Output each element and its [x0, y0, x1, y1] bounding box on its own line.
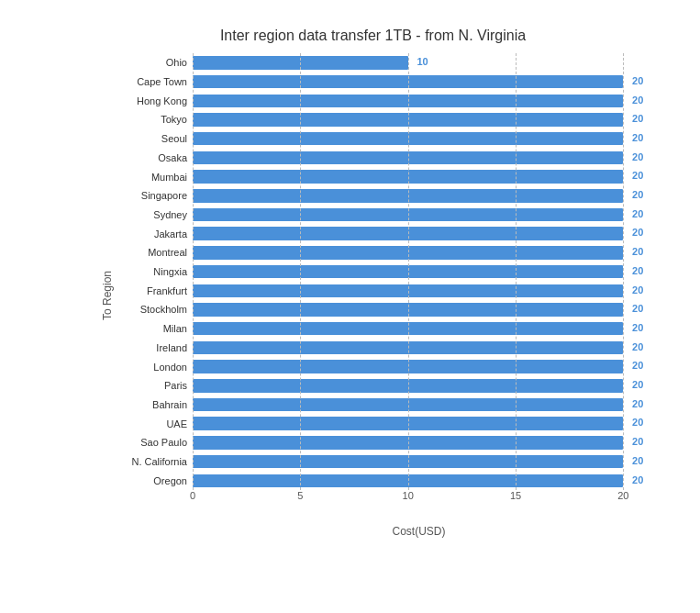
bar-wrapper: 20 [193, 396, 645, 415]
bar-value: 20 [632, 360, 643, 371]
bar-label: UAE [119, 418, 193, 429]
bar-label: Ireland [119, 342, 193, 353]
bar-wrapper: 20 [193, 72, 645, 92]
bar-value: 20 [632, 265, 643, 276]
bar-value: 20 [632, 170, 643, 181]
bar: 20 [193, 113, 623, 126]
bar-label: N. California [119, 456, 193, 467]
bar-value: 20 [632, 322, 643, 333]
bar-row: Paris20 [119, 376, 645, 396]
bar: 20 [193, 132, 623, 145]
bar-row: Osaka20 [119, 149, 645, 168]
bar-row: Seoul20 [119, 129, 645, 149]
bar-row: Stockholm20 [119, 300, 645, 319]
bar-label: Seoul [119, 133, 193, 144]
bar: 20 [193, 284, 623, 297]
bar-value: 20 [632, 303, 643, 314]
chart-body: To Region Ohio10Cape Town20Hong Kong20To… [101, 53, 645, 538]
bar-row: London20 [119, 357, 645, 376]
bar: 20 [193, 75, 623, 88]
bar: 20 [193, 398, 623, 411]
bar-wrapper: 20 [193, 224, 645, 243]
bar: 20 [193, 417, 623, 429]
bar-label: London [119, 362, 193, 373]
bar: 10 [193, 56, 408, 69]
bar-value: 20 [632, 379, 643, 390]
bar-label: Stockholm [119, 304, 193, 315]
bar: 20 [193, 436, 623, 449]
bar-wrapper: 20 [193, 300, 645, 319]
bar-value: 20 [632, 284, 643, 295]
x-tick: 5 [297, 490, 303, 501]
bar-label: Ohio [119, 57, 193, 68]
bar-value: 20 [632, 151, 643, 162]
bar-wrapper: 20 [193, 357, 645, 376]
bar-value: 20 [632, 455, 643, 466]
bar: 20 [193, 341, 623, 354]
bar-wrapper: 20 [193, 376, 645, 396]
bar-wrapper: 20 [193, 206, 645, 225]
bar: 20 [193, 170, 623, 183]
bar-value: 20 [632, 132, 643, 143]
bar-label: Osaka [119, 152, 193, 163]
bar-wrapper: 20 [193, 339, 645, 358]
x-tick: 15 [510, 490, 521, 501]
chart-container: Inter region data transfer 1TB - from N.… [0, 0, 700, 613]
chart-inner: Ohio10Cape Town20Hong Kong20Tokyo20Seoul… [119, 53, 645, 538]
bar-row: Sao Paulo20 [119, 433, 645, 452]
bar-row: Ohio10 [119, 53, 645, 72]
bar-row: UAE20 [119, 414, 645, 433]
bar-value: 20 [632, 398, 643, 409]
bar-row: Tokyo20 [119, 110, 645, 129]
bar: 20 [193, 474, 623, 487]
bar-value: 20 [632, 341, 643, 352]
bar-value: 20 [632, 95, 643, 106]
bar-label: Paris [119, 380, 193, 391]
bar-row: Ningxia20 [119, 262, 645, 282]
x-tick: 20 [617, 490, 628, 501]
bar-row: Milan20 [119, 319, 645, 339]
bar: 20 [193, 265, 623, 278]
x-tick: 0 [190, 490, 195, 501]
bar-value: 10 [417, 56, 428, 67]
bar: 20 [193, 455, 623, 468]
bar: 20 [193, 151, 623, 164]
bar-wrapper: 20 [193, 91, 645, 110]
bar-label: Sao Paulo [119, 437, 193, 448]
bar: 20 [193, 246, 623, 259]
bar-wrapper: 20 [193, 452, 645, 472]
bar-label: Montreal [119, 247, 193, 258]
bar-label: Mumbai [119, 172, 193, 183]
bar-value: 20 [632, 417, 643, 428]
bar-wrapper: 20 [193, 243, 645, 262]
chart-title: Inter region data transfer 1TB - from N.… [101, 28, 645, 44]
x-axis: 05101520 [193, 490, 645, 508]
bar-wrapper: 20 [193, 262, 645, 282]
bar-row: Hong Kong20 [119, 91, 645, 110]
bar: 20 [193, 303, 623, 316]
bar-row: N. California20 [119, 452, 645, 472]
bar-label: Jakarta [119, 228, 193, 240]
bar: 20 [193, 360, 623, 373]
bar-row: Ireland20 [119, 339, 645, 358]
bar-label: Bahrain [119, 399, 193, 410]
bar-wrapper: 20 [193, 149, 645, 168]
bar-wrapper: 20 [193, 414, 645, 433]
bar-value: 20 [632, 436, 643, 447]
bar-value: 20 [632, 474, 643, 485]
bar-wrapper: 20 [193, 110, 645, 129]
bar-label: Ningxia [119, 266, 193, 277]
bar-row: Sydney20 [119, 206, 645, 225]
bar-row: Frankfurt20 [119, 281, 645, 300]
bar-wrapper: 20 [193, 186, 645, 206]
y-axis-label: To Region [101, 53, 114, 538]
bar-label: Oregon [119, 475, 193, 486]
x-tick: 10 [403, 490, 414, 501]
bar-wrapper: 10 [193, 53, 645, 72]
bar-label: Sydney [119, 209, 193, 220]
bar-label: Tokyo [119, 114, 193, 125]
bar-label: Hong Kong [119, 95, 193, 106]
bar-row: Cape Town20 [119, 72, 645, 92]
bar-row: Jakarta20 [119, 224, 645, 243]
bar-value: 20 [632, 227, 643, 238]
